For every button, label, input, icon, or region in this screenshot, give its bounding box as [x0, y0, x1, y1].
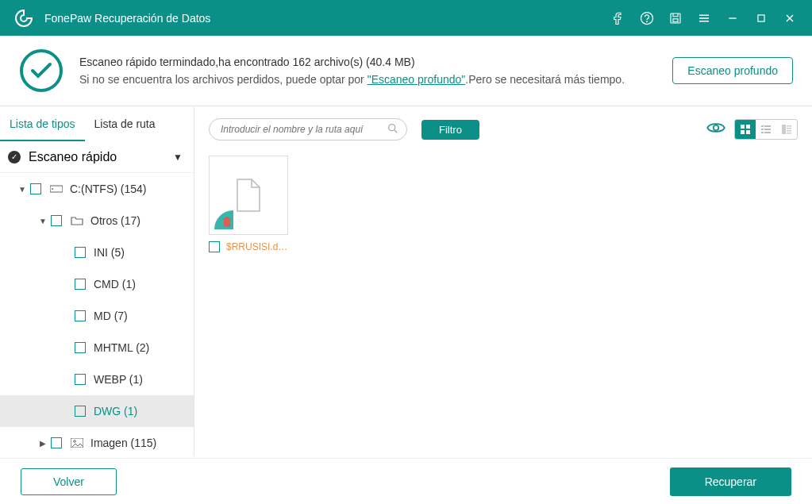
tree-checkbox[interactable]	[75, 374, 86, 385]
svg-point-18	[714, 125, 719, 131]
facebook-icon[interactable]	[604, 0, 633, 36]
app-logo-icon	[14, 9, 33, 28]
svg-rect-34	[224, 220, 230, 227]
tree-node-imagen[interactable]: Imagen (115)	[0, 427, 194, 456]
tree-node-dwg[interactable]: DWG (1)	[0, 395, 194, 427]
back-button[interactable]: Volver	[21, 468, 117, 495]
file-checkbox[interactable]	[209, 241, 220, 252]
file-thumbnail[interactable]	[209, 156, 288, 235]
tree-node-otros[interactable]: Otros (17)	[0, 205, 194, 237]
tree-node-mhtml[interactable]: MHTML (2)	[0, 332, 194, 364]
search-input[interactable]	[209, 118, 407, 140]
view-list-button[interactable]	[756, 120, 776, 139]
svg-rect-29	[782, 125, 786, 134]
svg-rect-32	[787, 130, 791, 132]
document-icon	[234, 178, 263, 213]
svg-rect-8	[758, 14, 764, 21]
svg-rect-19	[741, 125, 745, 129]
app-title: FonePaw Recuperación de Datos	[44, 12, 210, 25]
svg-point-13	[52, 188, 53, 190]
menu-icon[interactable]	[690, 0, 718, 36]
tree-checkbox[interactable]	[75, 279, 86, 290]
tree-checkbox[interactable]	[75, 342, 86, 353]
tree-checkbox[interactable]	[30, 183, 41, 194]
svg-rect-35	[223, 218, 231, 220]
svg-point-0	[641, 12, 653, 24]
scan-mode-header[interactable]: ✓ Escaneo rápido ▼	[0, 141, 194, 173]
tab-type-list[interactable]: Lista de tipos	[0, 106, 85, 141]
image-icon	[70, 438, 84, 448]
svg-rect-23	[761, 125, 764, 127]
view-grid-button[interactable]	[735, 120, 756, 139]
svg-rect-20	[746, 125, 750, 129]
tree-checkbox[interactable]	[51, 215, 62, 226]
svg-rect-36	[225, 217, 229, 218]
close-button[interactable]	[775, 0, 804, 36]
svg-point-11	[21, 51, 61, 90]
status-hint: Si no se encuentra los archivos perdidos…	[79, 73, 672, 86]
minimize-button[interactable]	[718, 0, 747, 36]
svg-rect-21	[741, 130, 745, 134]
svg-rect-25	[761, 129, 764, 130]
maximize-button[interactable]	[747, 0, 775, 36]
help-icon[interactable]	[633, 0, 661, 36]
svg-rect-33	[787, 133, 791, 134]
svg-rect-24	[764, 125, 771, 127]
save-icon[interactable]	[661, 0, 690, 36]
folder-icon	[70, 216, 84, 225]
svg-rect-27	[761, 132, 764, 133]
file-item[interactable]: $RRUSISI.dwg	[209, 156, 288, 252]
view-detail-button[interactable]	[776, 120, 797, 139]
tree-node-cmd[interactable]: CMD (1)	[0, 268, 194, 300]
search-icon[interactable]	[387, 122, 399, 138]
tab-path-list[interactable]: Lista de ruta	[85, 106, 165, 141]
expand-arrow-icon[interactable]	[35, 216, 51, 225]
preview-icon[interactable]	[706, 120, 726, 139]
tree-checkbox[interactable]	[75, 310, 86, 321]
tree-node-md[interactable]: MD (7)	[0, 300, 194, 332]
svg-point-16	[389, 125, 395, 131]
deleted-badge-icon	[214, 210, 233, 229]
tree-checkbox[interactable]	[75, 247, 86, 258]
filter-button[interactable]: Filtro	[421, 120, 479, 140]
svg-rect-22	[746, 130, 750, 134]
svg-point-15	[74, 441, 76, 443]
svg-point-1	[647, 21, 648, 21]
recover-button[interactable]: Recuperar	[670, 467, 791, 496]
tree-node-webp[interactable]: WEBP (1)	[0, 364, 194, 395]
scan-mode-label: Escaneo rápido	[29, 150, 117, 164]
check-dot-icon: ✓	[8, 151, 21, 164]
tree-checkbox[interactable]	[51, 437, 62, 448]
drive-icon	[49, 184, 63, 194]
deep-scan-button[interactable]: Escaneo profundo	[672, 57, 793, 84]
chevron-down-icon: ▼	[173, 152, 183, 163]
status-summary: Escaneo rápido termindado,ha encontrado …	[79, 56, 672, 68]
tree-node-drive[interactable]: C:(NTFS) (154)	[0, 173, 194, 205]
svg-rect-26	[764, 129, 771, 130]
svg-rect-30	[787, 125, 791, 127]
scan-complete-icon	[19, 48, 63, 93]
deep-scan-link[interactable]: "Escaneo profundo"	[368, 73, 466, 86]
svg-rect-3	[673, 18, 678, 21]
svg-rect-28	[764, 132, 771, 133]
file-name-label: $RRUSISI.dwg	[226, 241, 288, 252]
expand-arrow-icon[interactable]	[14, 184, 30, 194]
tree-checkbox[interactable]	[75, 406, 86, 417]
expand-arrow-icon[interactable]	[35, 438, 51, 448]
tree-node-ini[interactable]: INI (5)	[0, 237, 194, 268]
svg-line-17	[394, 130, 397, 133]
svg-rect-31	[787, 128, 791, 129]
